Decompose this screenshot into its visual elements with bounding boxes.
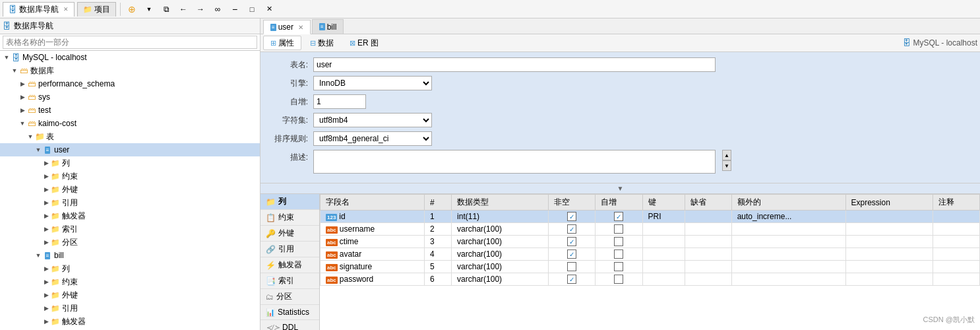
sub-tab-data[interactable]: ⊟ 数据 xyxy=(303,36,341,50)
sidebar-section-partitions-label: 分区 xyxy=(276,291,292,302)
tree-item-databases[interactable]: ▼ 🗃 数据库 xyxy=(0,64,260,77)
sidebar-section-triggers-label: 触发器 xyxy=(278,259,302,271)
table-header-row: 字段名 # 数据类型 非空 自增 键 缺省 额外的 Expression 注释 xyxy=(321,195,980,211)
tree-label-sys: sys xyxy=(38,92,50,102)
link-button[interactable]: ∞ xyxy=(210,2,225,16)
tab-project-label: 项目 xyxy=(94,4,110,15)
sub-tab-properties[interactable]: ⊞ 属性 xyxy=(263,36,301,50)
add-button[interactable]: ⊕ xyxy=(125,2,139,16)
tree-item-bill-constraint[interactable]: ▶ 📁 约束 xyxy=(0,275,260,288)
tree-item-user-constraint[interactable]: ▶ 📁 约束 xyxy=(0,170,260,183)
table-row[interactable]: 123id1int(11)PRIauto_increme... xyxy=(321,211,980,223)
cell-autoinc[interactable] xyxy=(596,261,642,273)
sidebar-section-statistics[interactable]: 📊 Statistics xyxy=(260,305,319,320)
tree-item-user-fk[interactable]: ▶ 📁 外键 xyxy=(0,183,260,196)
tree-arrow-sys: ▶ xyxy=(18,93,26,101)
close-button[interactable]: ✕ xyxy=(262,2,276,16)
cell-notnull[interactable] xyxy=(549,236,596,248)
tree-arrow-test: ▶ xyxy=(18,106,26,114)
tree-item-bill-fk[interactable]: ▶ 📁 外键 xyxy=(0,288,260,302)
tab-project[interactable]: 📁 项目 xyxy=(77,2,116,16)
collation-select[interactable]: utf8mb4_general_ci xyxy=(313,131,432,146)
table-row[interactable]: abcusername2varchar(100) xyxy=(321,223,980,236)
tree-item-user-trigger[interactable]: ▶ 📁 触发器 xyxy=(0,209,260,222)
tab-user[interactable]: ≡ user ✕ xyxy=(263,20,311,34)
sub-tab-er[interactable]: ⊠ ER 图 xyxy=(342,36,386,50)
sidebar-section-fk[interactable]: 🔑 外键 xyxy=(260,226,319,242)
cell-notnull[interactable] xyxy=(549,248,596,261)
form-label-collation: 排序规则: xyxy=(268,133,308,145)
tree-item-mysql-root[interactable]: ▼ 🗄 MySQL - localhost xyxy=(0,51,260,64)
sidebar-section-partitions[interactable]: 🗂 分区 xyxy=(260,289,319,305)
table-row[interactable]: abcpassword6varchar(100) xyxy=(321,273,980,286)
sidebar-section-ddl[interactable]: ≺/≻ DDL xyxy=(260,320,319,330)
tree-item-user-ref[interactable]: ▶ 📁 引用 xyxy=(0,196,260,209)
dropdown-button[interactable]: ▼ xyxy=(142,2,156,16)
cell-notnull[interactable] xyxy=(549,261,596,273)
nav-search-input[interactable] xyxy=(3,36,257,49)
tree-item-performance-schema[interactable]: ▶ 🗃 performance_schema xyxy=(0,77,260,90)
tree-item-test[interactable]: ▶ 🗃 test xyxy=(0,104,260,117)
form-label-comment: 描述: xyxy=(268,152,308,163)
expand-arrow-icon: ▼ xyxy=(617,185,624,192)
sidebar-section-triggers[interactable]: ⚡ 触发器 xyxy=(260,257,319,273)
sidebar-section-columns-label: 列 xyxy=(278,196,286,207)
tree-item-user-table[interactable]: ▼ ≡ user xyxy=(0,143,260,156)
square-button[interactable]: □ xyxy=(245,2,259,16)
tree-item-user-partition[interactable]: ▶ 📁 分区 xyxy=(0,236,260,249)
cell-fieldname: 123id xyxy=(321,211,425,223)
table-row[interactable]: abcavatar4varchar(100) xyxy=(321,248,980,261)
form-row-comment: 描述: ▲ ▼ xyxy=(268,150,972,174)
sidebar-section-indexes[interactable]: 📑 索引 xyxy=(260,273,319,289)
cell-autoinc[interactable] xyxy=(596,248,642,261)
cell-type: int(11) xyxy=(452,211,549,223)
tree-item-user-col[interactable]: ▶ 📁 列 xyxy=(0,156,260,170)
tree-arrow-mysql-root: ▼ xyxy=(3,53,11,61)
copy-button[interactable]: ⧉ xyxy=(159,2,173,16)
tab-user-close[interactable]: ✕ xyxy=(298,24,303,31)
sidebar-section-references[interactable]: 🔗 引用 xyxy=(260,242,319,257)
auto-increment-input[interactable] xyxy=(313,94,366,109)
tab-navigator[interactable]: 🗄 数据库导航 ✕ xyxy=(3,2,75,16)
th-datatype: 数据类型 xyxy=(452,195,549,211)
cell-notnull[interactable] xyxy=(549,273,596,286)
cell-autoinc[interactable] xyxy=(596,211,642,223)
textarea-scroll-up[interactable]: ▲ xyxy=(722,150,731,160)
tree-item-bill-table[interactable]: ▼ ≡ bill xyxy=(0,249,260,262)
cell-autoinc[interactable] xyxy=(596,236,642,248)
cell-fieldname: abcsignature xyxy=(321,261,425,273)
arrow-right-button[interactable]: → xyxy=(193,2,208,16)
cell-autoinc[interactable] xyxy=(596,273,642,286)
table-name-input[interactable] xyxy=(313,57,716,72)
table-row[interactable]: abcsignature5varchar(100) xyxy=(321,261,980,273)
form-row-tablename: 表名: xyxy=(268,57,972,72)
close-icon: ✕ xyxy=(266,5,272,13)
sidebar-section-constraint[interactable]: 📋 约束 xyxy=(260,210,319,226)
arrow-left-button[interactable]: ← xyxy=(176,2,191,16)
cell-autoinc[interactable] xyxy=(596,223,642,236)
textarea-scroll-down[interactable]: ▼ xyxy=(722,160,731,171)
tree-item-bill-col[interactable]: ▶ 📁 列 xyxy=(0,262,260,275)
engine-select[interactable]: InnoDB xyxy=(313,76,432,90)
table-row[interactable]: abcctime3varchar(100) xyxy=(321,236,980,248)
tree-arrow-bill-constraint: ▶ xyxy=(42,278,50,286)
tree-item-tables-folder[interactable]: ▼ 📁 表 xyxy=(0,130,260,143)
tree-item-kaimo-cost[interactable]: ▼ 🗃 kaimo-cost xyxy=(0,117,260,130)
tree-item-user-index[interactable]: ▶ 📁 索引 xyxy=(0,222,260,236)
tree-item-sys[interactable]: ▶ 🗃 sys xyxy=(0,90,260,104)
expand-bar[interactable]: ▼ xyxy=(260,183,980,194)
minus-button[interactable]: − xyxy=(228,2,242,16)
arrow-left-icon: ← xyxy=(179,5,187,14)
cell-notnull[interactable] xyxy=(549,223,596,236)
comment-textarea[interactable] xyxy=(313,150,716,174)
sidebar-section-columns[interactable]: 📁 列 xyxy=(260,194,319,210)
tree-item-bill-trigger[interactable]: ▶ 📁 触发器 xyxy=(0,315,260,328)
tree-arrow-user-index: ▶ xyxy=(42,225,50,233)
charset-select[interactable]: utf8mb4 xyxy=(313,113,432,127)
tab-bill[interactable]: ≡ bill xyxy=(312,19,344,34)
tree-label-mysql-root: MySQL - localhost xyxy=(22,53,87,62)
tree-item-bill-ref[interactable]: ▶ 📁 引用 xyxy=(0,302,260,315)
cell-expression xyxy=(845,236,933,248)
cell-notnull[interactable] xyxy=(549,211,596,223)
tab-close-icon[interactable]: ✕ xyxy=(63,6,69,13)
